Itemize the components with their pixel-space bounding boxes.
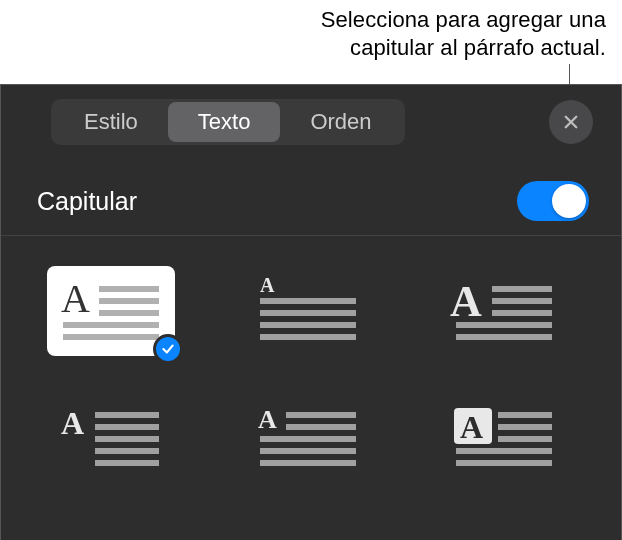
- tabbar: Estilo Texto Orden: [1, 85, 621, 155]
- svg-rect-32: [498, 424, 552, 430]
- check-icon: [161, 342, 175, 356]
- dropcap-style-2line-standard[interactable]: A: [47, 266, 175, 356]
- svg-rect-28: [260, 460, 356, 466]
- svg-rect-20: [95, 436, 159, 442]
- tab-style[interactable]: Estilo: [54, 102, 168, 142]
- svg-rect-14: [492, 310, 552, 316]
- svg-rect-19: [95, 424, 159, 430]
- svg-rect-8: [260, 310, 356, 316]
- svg-rect-16: [456, 334, 552, 340]
- svg-rect-34: [456, 448, 552, 454]
- selected-check-badge: [153, 334, 183, 364]
- dropcap-section-row: Capitular: [1, 165, 621, 236]
- svg-rect-35: [456, 460, 552, 466]
- dropcap-toggle[interactable]: [517, 181, 589, 221]
- dropcap-thumb-icon: A: [57, 276, 165, 346]
- svg-text:A: A: [450, 277, 482, 326]
- dropcap-thumb-icon: A: [57, 402, 165, 472]
- dropcap-thumb-icon: A: [450, 276, 558, 346]
- svg-rect-26: [260, 436, 356, 442]
- tabs-segmented-control: Estilo Texto Orden: [51, 99, 405, 145]
- help-callout: Selecciona para agregar una capitular al…: [321, 6, 606, 61]
- svg-rect-31: [498, 412, 552, 418]
- svg-rect-18: [95, 412, 159, 418]
- callout-line1: Selecciona para agregar una: [321, 6, 606, 34]
- dropcap-thumb-icon: A: [254, 276, 362, 346]
- svg-text:A: A: [260, 276, 275, 296]
- dropcap-style-raised-small[interactable]: A: [244, 266, 372, 356]
- svg-rect-7: [260, 298, 356, 304]
- callout-line2: capitular al párrafo actual.: [321, 34, 606, 62]
- toggle-knob: [552, 184, 586, 218]
- close-button[interactable]: [549, 100, 593, 144]
- svg-rect-12: [492, 286, 552, 292]
- svg-text:A: A: [460, 409, 483, 445]
- svg-rect-1: [99, 286, 159, 292]
- dropcap-styles-grid: A A: [1, 236, 621, 482]
- format-panel: Estilo Texto Orden Capitular A: [0, 84, 622, 540]
- section-title: Capitular: [37, 187, 137, 216]
- svg-rect-25: [286, 424, 356, 430]
- svg-rect-2: [99, 298, 159, 304]
- svg-rect-5: [63, 334, 159, 340]
- svg-rect-33: [498, 436, 552, 442]
- dropcap-thumb-icon: A: [254, 402, 362, 472]
- dropcap-style-large-left[interactable]: A: [440, 266, 568, 356]
- svg-rect-13: [492, 298, 552, 304]
- svg-rect-21: [95, 448, 159, 454]
- close-icon: [562, 113, 580, 131]
- svg-rect-24: [286, 412, 356, 418]
- svg-rect-3: [99, 310, 159, 316]
- svg-rect-4: [63, 322, 159, 328]
- dropcap-thumb-icon: A: [450, 402, 558, 472]
- svg-rect-22: [95, 460, 159, 466]
- tab-order[interactable]: Orden: [280, 102, 401, 142]
- svg-text:A: A: [61, 405, 84, 441]
- svg-text:A: A: [61, 276, 90, 321]
- dropcap-style-boxed-reverse[interactable]: A: [440, 392, 568, 482]
- svg-text:A: A: [258, 405, 277, 434]
- svg-rect-9: [260, 322, 356, 328]
- svg-rect-15: [456, 322, 552, 328]
- svg-rect-10: [260, 334, 356, 340]
- tab-text[interactable]: Texto: [168, 102, 281, 142]
- dropcap-style-3line-left[interactable]: A: [47, 392, 175, 482]
- dropcap-style-4line-left[interactable]: A: [244, 392, 372, 482]
- svg-rect-27: [260, 448, 356, 454]
